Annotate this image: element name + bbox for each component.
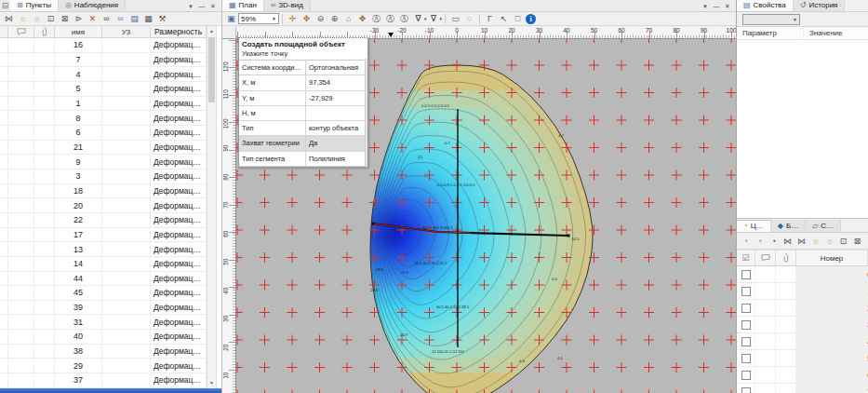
properties-combobox[interactable]: ▼ xyxy=(742,14,800,25)
dimension-cell[interactable]: Деформац… xyxy=(151,155,207,169)
uz-cell[interactable] xyxy=(102,272,151,286)
uz-cell[interactable] xyxy=(102,228,151,242)
uz-cell[interactable] xyxy=(102,213,151,227)
select-box-icon[interactable]: ⊡ xyxy=(45,13,57,25)
row-checkbox[interactable] xyxy=(741,387,751,393)
tab-б[interactable]: ◆Б… xyxy=(771,220,806,232)
dimension-cell[interactable]: Деформац… xyxy=(151,315,207,329)
find-object-2-icon[interactable]: Ⓐ xyxy=(384,13,396,25)
row-select-cell[interactable] xyxy=(737,350,755,366)
dimension-cell[interactable]: Деформац… xyxy=(151,228,207,242)
table-row[interactable]: 5Деформац… xyxy=(0,82,207,97)
zoom-in-icon[interactable]: ⊕ xyxy=(328,13,341,25)
cycle-number-cell[interactable]: 3 xyxy=(796,317,868,332)
column-header-dimension[interactable]: Размерность xyxy=(151,26,207,37)
tab-наблюдения[interactable]: ◎Наблюдения xyxy=(59,0,126,11)
cycle-number-cell[interactable]: 6 xyxy=(796,367,868,383)
dialog-row[interactable]: X, м97,354 xyxy=(239,75,367,90)
zoom-level-select[interactable]: 59%▼ xyxy=(238,13,279,24)
dialog-row[interactable]: Система коорди…Ортогональная xyxy=(239,61,367,75)
dimension-cell[interactable]: Деформац… xyxy=(151,359,207,373)
cycle-number-cell[interactable]: 1 xyxy=(796,283,868,299)
point-name-cell[interactable]: 5 xyxy=(55,82,102,96)
pan-hand-icon[interactable]: ✛ xyxy=(287,13,299,25)
table-row[interactable]: 44Деформац… xyxy=(0,272,207,287)
point-name-cell[interactable]: 37 xyxy=(55,373,102,387)
panel-menu-button[interactable]: ▾ xyxy=(185,1,196,11)
dialog-field-value[interactable]: контур объекта xyxy=(306,121,367,135)
table-row[interactable]: 17Деформац… xyxy=(0,228,207,243)
row-checkbox[interactable] xyxy=(741,320,751,330)
uz-cell[interactable] xyxy=(102,97,151,111)
cycle-all-icon[interactable]: ◔ xyxy=(768,235,780,247)
dialog-row[interactable]: Н, м xyxy=(239,106,367,121)
dimension-cell[interactable]: Деформац… xyxy=(151,242,207,256)
cycle-row[interactable]: 3 xyxy=(737,317,868,333)
uz-cell[interactable] xyxy=(102,53,151,67)
point-name-cell[interactable]: 14 xyxy=(55,257,102,271)
find-object-3-icon[interactable]: Ⓐ xyxy=(398,13,410,25)
bulb-off-icon[interactable]: ☼ xyxy=(31,13,43,25)
select-all-icon[interactable]: ☑ xyxy=(737,251,755,265)
column-header-number[interactable]: Номер xyxy=(796,251,868,265)
zoom-extents-icon[interactable]: ⌂ xyxy=(342,13,354,25)
point-name-cell[interactable]: 45 xyxy=(55,286,102,300)
uz-cell[interactable] xyxy=(102,38,151,52)
zoom-out-icon[interactable]: ⊖ xyxy=(314,13,327,25)
table-row[interactable]: 8Деформац… xyxy=(0,111,207,126)
point-name-cell[interactable]: 40 xyxy=(55,330,102,344)
dimension-cell[interactable]: Деформац… xyxy=(151,373,207,387)
dialog-field-value[interactable]: 97,354 xyxy=(306,75,367,89)
dimension-cell[interactable]: Деформац… xyxy=(151,345,207,359)
cycle-row[interactable]: 0 xyxy=(737,266,868,283)
dimension-cell[interactable]: Деформац… xyxy=(151,213,207,227)
table-row[interactable]: 16Деформац… xyxy=(0,38,207,53)
uz-cell[interactable] xyxy=(102,155,151,169)
point-name-cell[interactable]: 4 xyxy=(55,67,102,81)
tab-ц[interactable]: ◔Ц… xyxy=(737,220,771,232)
column-header-value[interactable]: Значение xyxy=(804,27,842,39)
info-icon[interactable]: i xyxy=(526,14,536,24)
pick-cursor-icon[interactable]: ⊳ xyxy=(73,13,85,25)
pan-hand-realtime-icon[interactable]: ✥ xyxy=(300,13,313,25)
uz-cell[interactable] xyxy=(102,141,151,155)
point-name-cell[interactable]: 6 xyxy=(55,126,102,140)
cycle-row[interactable]: 1 xyxy=(737,283,868,300)
dialog-row[interactable]: Y, м-27,929 xyxy=(239,91,367,106)
uz-cell[interactable] xyxy=(102,301,151,315)
cycle-row[interactable]: 5 xyxy=(737,350,868,367)
panel-close-button[interactable]: ✕ xyxy=(207,1,219,11)
link-2-icon[interactable]: ⋈ xyxy=(795,235,808,247)
bulb-off-icon[interactable]: ☼ xyxy=(823,235,835,247)
uz-cell[interactable] xyxy=(102,242,151,256)
deselect-box-icon[interactable]: ⊠ xyxy=(59,13,71,25)
select-lasso-icon[interactable]: ◌ xyxy=(463,13,475,25)
point-name-cell[interactable]: 22 xyxy=(55,213,102,227)
uz-cell[interactable] xyxy=(102,126,151,140)
row-select-cell[interactable] xyxy=(737,367,755,383)
dimension-cell[interactable]: Деформац… xyxy=(151,126,207,140)
pin-icon[interactable]: ⊟ xyxy=(1,0,9,11)
cycle-row[interactable]: 6 xyxy=(737,367,868,384)
column-header-uz[interactable]: УЗ xyxy=(102,26,151,37)
dimension-cell[interactable]: Деформац… xyxy=(151,67,207,81)
point-name-cell[interactable]: 39 xyxy=(55,301,102,315)
uz-cell[interactable] xyxy=(102,359,151,373)
row-checkbox[interactable] xyxy=(741,354,751,363)
uz-cell[interactable] xyxy=(102,257,151,271)
point-name-cell[interactable]: 20 xyxy=(55,198,102,212)
column-header-name[interactable]: имя xyxy=(55,26,102,37)
table-row[interactable]: 45Деформац… xyxy=(0,286,207,301)
link-points-icon[interactable]: ⋈ xyxy=(3,13,15,25)
tab-3dвид[interactable]: ∞3D-вид xyxy=(264,0,311,11)
scroll-down-icon[interactable]: ▼ xyxy=(207,378,216,388)
dimension-cell[interactable]: Деформац… xyxy=(151,111,207,125)
cycle-number-cell[interactable]: 5 xyxy=(796,350,868,366)
table-row[interactable]: 39Деформац… xyxy=(0,301,207,316)
cycle-row[interactable]: 2 xyxy=(737,300,868,317)
uz-cell[interactable] xyxy=(102,373,151,387)
point-name-cell[interactable]: 18 xyxy=(55,184,102,198)
table-row[interactable]: 22Деформац… xyxy=(0,213,207,228)
cycle-number-cell[interactable]: 2 xyxy=(796,300,868,316)
filter-2-icon[interactable]: ∇ xyxy=(428,13,440,25)
